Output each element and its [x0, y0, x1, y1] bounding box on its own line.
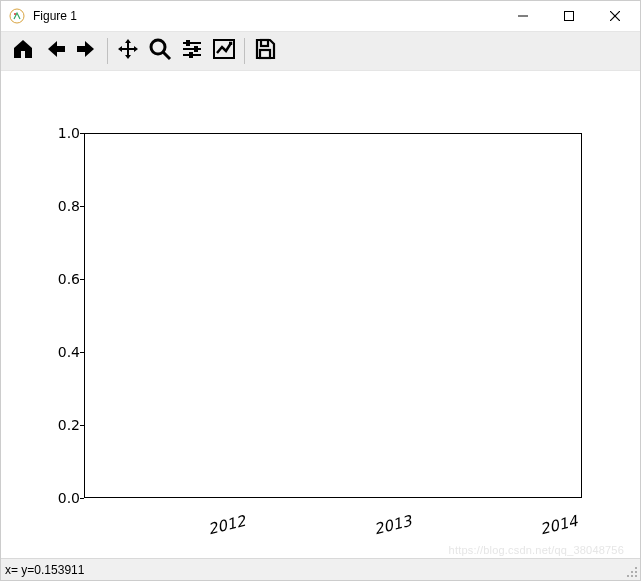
back-button[interactable]	[39, 35, 71, 67]
arrow-left-icon	[43, 37, 67, 65]
plot-canvas[interactable]: 0.0 0.2 0.4 0.6 0.8 1.0 2012 2013 2014 h…	[1, 71, 641, 558]
save-icon	[253, 37, 277, 65]
pan-button[interactable]	[112, 35, 144, 67]
watermark: https://blog.csdn.net/qq_38048756	[449, 544, 624, 556]
minimize-button[interactable]	[500, 1, 546, 31]
move-icon	[116, 37, 140, 65]
xtick-label: 2014	[538, 512, 579, 539]
svg-point-18	[635, 571, 637, 573]
svg-rect-15	[261, 40, 268, 46]
svg-point-1	[14, 13, 16, 15]
svg-point-21	[631, 575, 633, 577]
ytick-mark	[80, 425, 84, 426]
svg-point-0	[10, 9, 24, 23]
configure-subplots-button[interactable]	[176, 35, 208, 67]
home-button[interactable]	[7, 35, 39, 67]
svg-rect-11	[194, 46, 198, 52]
resize-grip-icon[interactable]	[626, 566, 638, 578]
svg-line-7	[163, 52, 170, 59]
xtick-label: 2012	[206, 512, 247, 539]
toolbar-separator	[244, 38, 245, 64]
ytick-mark	[80, 133, 84, 134]
ytick-mark	[80, 498, 84, 499]
svg-point-17	[635, 567, 637, 569]
svg-point-22	[627, 575, 629, 577]
ytick-mark	[80, 352, 84, 353]
toolbar	[1, 31, 640, 71]
home-icon	[11, 37, 35, 65]
titlebar: Figure 1	[1, 1, 640, 31]
ytick-label: 0.8	[40, 198, 80, 214]
xtick-label: 2013	[372, 512, 413, 539]
arrow-right-icon	[75, 37, 99, 65]
toolbar-separator	[107, 38, 108, 64]
svg-point-19	[631, 571, 633, 573]
svg-point-6	[151, 40, 165, 54]
cursor-coords: x= y=0.153911	[5, 563, 84, 577]
save-button[interactable]	[249, 35, 281, 67]
svg-rect-9	[186, 40, 190, 46]
svg-rect-16	[260, 50, 270, 58]
ytick-mark	[80, 206, 84, 207]
ytick-label: 0.4	[40, 344, 80, 360]
svg-rect-3	[565, 12, 574, 21]
app-icon	[9, 8, 25, 24]
close-button[interactable]	[592, 1, 638, 31]
axes-frame	[84, 133, 582, 498]
zoom-button[interactable]	[144, 35, 176, 67]
edit-axes-button[interactable]	[208, 35, 240, 67]
ytick-label: 0.2	[40, 417, 80, 433]
ytick-label: 0.6	[40, 271, 80, 287]
svg-rect-13	[189, 52, 193, 58]
chart-line-icon	[212, 37, 236, 65]
magnifier-icon	[148, 37, 172, 65]
forward-button[interactable]	[71, 35, 103, 67]
ytick-label: 0.0	[40, 490, 80, 506]
ytick-label: 1.0	[40, 125, 80, 141]
svg-point-20	[635, 575, 637, 577]
ytick-mark	[80, 279, 84, 280]
statusbar: x= y=0.153911	[1, 558, 640, 580]
maximize-button[interactable]	[546, 1, 592, 31]
sliders-icon	[180, 37, 204, 65]
window-title: Figure 1	[33, 9, 77, 23]
